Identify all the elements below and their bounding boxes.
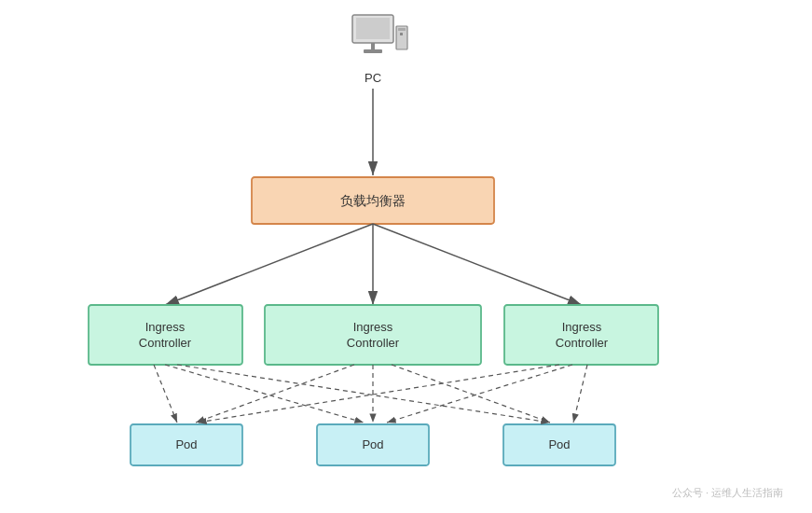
ic1-label-line2: Controller: [139, 336, 192, 350]
pod1-label: Pod: [175, 437, 197, 451]
architecture-svg: PC 负载均衡器 Ingress Controller Ingress: [0, 0, 812, 513]
dash-ic1-pod3: [177, 365, 550, 423]
dash-ic3-pod1: [198, 365, 559, 423]
svg-rect-6: [400, 33, 403, 35]
ic3-label-line2: Controller: [556, 336, 609, 350]
ic2-label-line2: Controller: [347, 336, 400, 350]
svg-rect-2: [371, 43, 375, 50]
arrow-lb-ic1: [165, 224, 373, 305]
pod2-label: Pod: [362, 437, 383, 451]
svg-rect-1: [356, 18, 390, 39]
ingress-controller-box-3: [504, 305, 658, 365]
watermark: 公众号 · 运维人生活指南: [672, 487, 783, 498]
dash-ic1-pod2: [165, 365, 364, 423]
svg-rect-5: [398, 28, 406, 31]
dash-ic3-pod2: [387, 365, 572, 423]
ic2-label-line1: Ingress: [353, 320, 393, 334]
dash-ic2-pod3: [392, 365, 550, 423]
diagram-container: PC 负载均衡器 Ingress Controller Ingress: [0, 0, 812, 513]
pc-icon: [352, 15, 407, 53]
lb-label: 负载均衡器: [340, 193, 406, 208]
dash-ic1-pod1: [154, 365, 177, 423]
dash-ic2-pod1: [196, 365, 354, 423]
arrow-lb-ic3: [373, 224, 582, 305]
ingress-controller-box-2: [265, 305, 481, 365]
ic3-label-line1: Ingress: [562, 320, 602, 334]
svg-rect-3: [364, 49, 382, 53]
dash-ic3-pod3: [573, 365, 587, 423]
ic1-label-line1: Ingress: [145, 320, 186, 334]
pc-label: PC: [365, 71, 381, 85]
ingress-controller-box-1: [89, 305, 242, 365]
pod3-label: Pod: [548, 437, 570, 451]
